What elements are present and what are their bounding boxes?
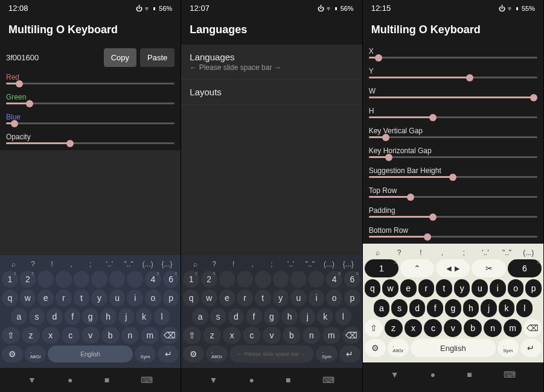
- key-a[interactable]: a: [192, 308, 208, 325]
- slider-bottom-row[interactable]: Bottom Row: [363, 224, 543, 244]
- slider-track[interactable]: [369, 156, 537, 158]
- key-k[interactable]: k: [499, 299, 515, 317]
- key-n[interactable]: n: [484, 319, 502, 337]
- key-l[interactable]: l: [154, 308, 170, 325]
- spacebar[interactable]: English: [411, 339, 496, 357]
- key-f[interactable]: f: [65, 308, 81, 325]
- key-o[interactable]: o: [326, 289, 342, 306]
- symbol-key[interactable]: ⌕: [187, 260, 203, 268]
- spacebar[interactable]: English: [48, 346, 133, 362]
- key-t[interactable]: t: [436, 279, 452, 297]
- key-u[interactable]: u: [472, 279, 488, 297]
- key-r[interactable]: r: [418, 279, 435, 297]
- slider-track[interactable]: [6, 103, 174, 104]
- key-s[interactable]: s: [391, 299, 408, 317]
- slider-thumb[interactable]: [382, 134, 389, 141]
- slider-thumb[interactable]: [466, 74, 473, 81]
- key-c[interactable]: c: [243, 327, 261, 344]
- key-◄►[interactable]: ◄►: [436, 259, 470, 277]
- key-c[interactable]: c: [424, 319, 442, 337]
- symbol-key[interactable]: ,: [244, 260, 261, 268]
- key-m[interactable]: m: [504, 319, 522, 337]
- shift-key[interactable]: ⇧: [365, 319, 383, 337]
- slider-top-row[interactable]: Top Row: [363, 184, 543, 204]
- slider-track[interactable]: [6, 142, 174, 144]
- key-2[interactable]: 52: [20, 271, 36, 288]
- symbol-key[interactable]: "..": [302, 260, 319, 268]
- key-blank[interactable]: [219, 271, 235, 288]
- symbol-key[interactable]: ,: [63, 260, 80, 268]
- slider-track[interactable]: [369, 196, 537, 198]
- symbol-key[interactable]: (...): [321, 260, 338, 268]
- key-n[interactable]: n: [302, 327, 321, 344]
- hex-value[interactable]: 3f001600: [6, 53, 100, 62]
- key-s[interactable]: s: [29, 308, 45, 325]
- slider-track[interactable]: [369, 57, 537, 58]
- key-g[interactable]: g: [82, 308, 98, 325]
- key-v[interactable]: v: [82, 327, 100, 344]
- key-f[interactable]: f: [427, 299, 443, 317]
- symbol-key[interactable]: (...): [519, 248, 538, 257]
- key-e[interactable]: e: [219, 289, 235, 306]
- nav-keyboard-icon[interactable]: ⌨: [322, 375, 334, 385]
- symbol-key[interactable]: "..": [498, 248, 517, 257]
- slider-thumb[interactable]: [375, 54, 382, 62]
- slider-track[interactable]: [369, 77, 537, 78]
- paste-button[interactable]: Paste: [140, 48, 174, 67]
- key-6[interactable]: 06: [344, 271, 360, 288]
- slider-thumb[interactable]: [429, 213, 437, 221]
- key-1[interactable]: 31: [183, 271, 199, 288]
- key-f[interactable]: f: [246, 308, 262, 325]
- altgr-key[interactable]: ,AltGr: [206, 346, 227, 362]
- key-blank[interactable]: [56, 271, 72, 288]
- key-h[interactable]: h: [281, 308, 298, 325]
- symbol-key[interactable]: !: [225, 260, 242, 268]
- key-v[interactable]: v: [444, 319, 462, 337]
- slider-thumb[interactable]: [429, 114, 437, 121]
- slider-padding[interactable]: Padding: [363, 204, 543, 224]
- nav-home-icon[interactable]: ●: [249, 375, 254, 385]
- symbol-key[interactable]: ?: [25, 260, 42, 268]
- key-6[interactable]: 86: [508, 259, 542, 277]
- slider-key-horizontal-gap[interactable]: Key Horizontal Gap: [363, 144, 543, 164]
- symbol-key[interactable]: ?: [389, 248, 409, 257]
- keyboard[interactable]: ⌕?!,;'..'".."(...){...}31528406qwertyuio…: [181, 255, 362, 368]
- key-a[interactable]: a: [11, 308, 27, 325]
- nav-recent-icon[interactable]: ■: [104, 375, 109, 385]
- key-i[interactable]: i: [490, 279, 506, 297]
- key-r[interactable]: r: [56, 289, 72, 306]
- keyboard[interactable]: ⌕?!,;'..'".."(...){...}31528406qwertyuio…: [0, 255, 181, 368]
- nav-back-icon[interactable]: ▼: [28, 375, 36, 385]
- slider-w[interactable]: W: [363, 84, 543, 104]
- key-r[interactable]: r: [237, 289, 253, 306]
- key-u[interactable]: u: [109, 289, 126, 306]
- key-blank[interactable]: [37, 271, 54, 288]
- slider-thumb[interactable]: [26, 100, 33, 107]
- key-4[interactable]: 84: [326, 271, 342, 288]
- key-o[interactable]: o: [508, 279, 524, 297]
- nav-recent-icon[interactable]: ■: [286, 375, 290, 385]
- slider-thumb[interactable]: [66, 140, 74, 147]
- key-p[interactable]: p: [525, 279, 542, 297]
- slider-track[interactable]: [369, 176, 537, 178]
- key-z[interactable]: z: [22, 327, 40, 344]
- settings-key[interactable]: ⚙: [2, 346, 23, 362]
- slider-track[interactable]: [369, 96, 537, 98]
- symbol-key[interactable]: '..': [101, 260, 118, 268]
- slider-h[interactable]: H: [363, 104, 543, 124]
- key-w[interactable]: w: [382, 279, 398, 297]
- key-blank[interactable]: [127, 271, 143, 288]
- symbol-key[interactable]: ;: [263, 260, 280, 268]
- key-l[interactable]: l: [516, 299, 533, 317]
- slider-thumb[interactable]: [449, 174, 456, 181]
- symbol-key[interactable]: ?: [206, 260, 223, 268]
- key-⌃[interactable]: ⌃: [400, 259, 434, 277]
- backspace-key[interactable]: ⌫: [161, 327, 179, 344]
- key-g[interactable]: g: [264, 308, 280, 325]
- key-t[interactable]: t: [255, 289, 271, 306]
- sym-key[interactable]: .Sym: [316, 346, 337, 362]
- symbol-key[interactable]: ;: [454, 248, 473, 257]
- key-l[interactable]: l: [335, 308, 351, 325]
- key-a[interactable]: a: [374, 299, 390, 317]
- key-i[interactable]: i: [127, 289, 143, 306]
